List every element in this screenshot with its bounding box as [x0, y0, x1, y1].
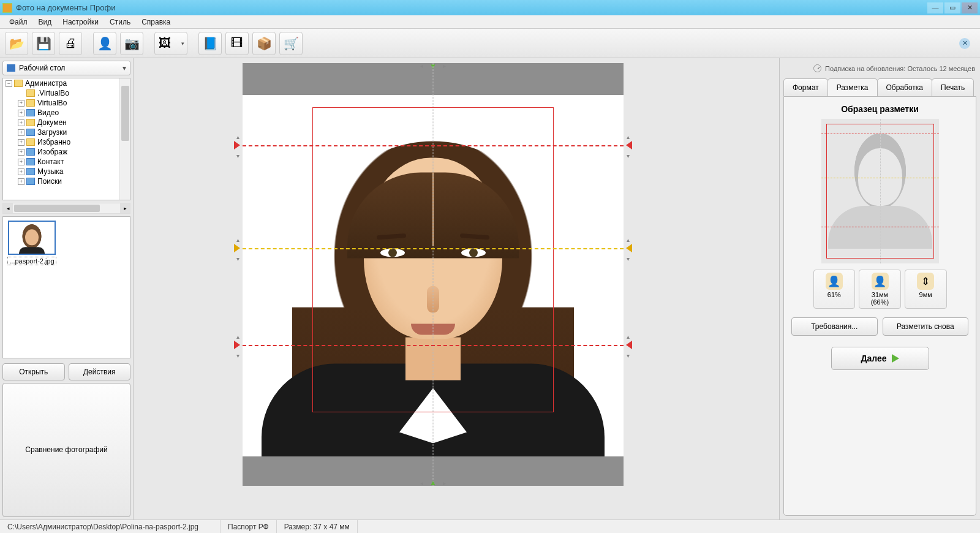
menu-file[interactable]: Файл: [4, 17, 33, 28]
scrollbar-thumb[interactable]: [121, 86, 129, 141]
crop-rectangle[interactable]: [312, 107, 554, 412]
head-top-guide[interactable]: [243, 145, 624, 146]
open-button[interactable]: 📂: [5, 32, 28, 55]
film-icon: 🎞: [231, 36, 243, 50]
tree-item[interactable]: +Контакт: [18, 157, 130, 167]
tree-item[interactable]: +Поиски: [18, 176, 130, 186]
tree-item-label: Загрузки: [37, 128, 67, 137]
tab-markup[interactable]: Разметка: [827, 78, 878, 96]
app-title: Фото на документы Профи: [16, 3, 926, 12]
expand-icon[interactable]: [18, 90, 24, 97]
open-file-button[interactable]: Открыть: [2, 363, 65, 380]
folder-icon: [26, 158, 35, 165]
tree-root[interactable]: Администра: [25, 79, 67, 88]
subscription-text: Подписка на обновления: Осталось 12 меся…: [825, 65, 975, 72]
tab-format[interactable]: Формат: [783, 78, 828, 96]
expand-icon[interactable]: +: [18, 129, 24, 136]
gallery-dropdown[interactable]: 🖼▾: [154, 32, 187, 55]
folder-tree[interactable]: −Администра .VirtualBo+VirtualBo+Видео+Д…: [2, 78, 130, 200]
chevron-down-icon: ▾: [181, 40, 184, 47]
requirements-button[interactable]: Требования...: [791, 317, 878, 336]
dismiss-hint-button[interactable]: ✕: [959, 38, 970, 49]
tree-item[interactable]: .VirtualBo: [18, 88, 130, 98]
right-marker-chin[interactable]: [626, 341, 632, 349]
expand-icon[interactable]: +: [18, 139, 24, 146]
profile-icon: 👤: [97, 36, 113, 51]
location-select[interactable]: Рабочий стол ▾: [2, 61, 130, 75]
tree-item[interactable]: +Загрузки: [18, 127, 130, 137]
next-button[interactable]: Далее: [831, 347, 929, 370]
tree-item[interactable]: +Избранно: [18, 137, 130, 147]
expand-icon[interactable]: +: [18, 119, 24, 126]
remark-button[interactable]: Разметить снова: [883, 317, 969, 336]
left-marker-eye[interactable]: [234, 244, 240, 252]
left-marker-top[interactable]: [234, 141, 240, 149]
tree-item-label: Видео: [37, 108, 59, 117]
tab-print[interactable]: Печать: [932, 78, 974, 96]
cart-button[interactable]: 🛒: [279, 32, 303, 55]
metric-head-ratio[interactable]: 👤61%: [813, 270, 856, 309]
folder-icon: [26, 148, 35, 156]
profile-button[interactable]: 👤: [93, 32, 116, 55]
maximize-button[interactable]: ▭: [944, 2, 960, 13]
tree-item[interactable]: +VirtualBo: [18, 98, 130, 108]
left-marker-chin[interactable]: [234, 341, 240, 349]
tree-item[interactable]: +Докумен: [18, 118, 130, 127]
scroll-right-icon[interactable]: ▸: [120, 203, 130, 213]
folder-icon: [26, 99, 35, 107]
left-panel: Рабочий стол ▾ −Администра .VirtualBo+Vi…: [0, 58, 134, 520]
menu-view[interactable]: Вид: [33, 17, 58, 28]
expand-icon[interactable]: +: [18, 149, 24, 156]
save-icon: 💾: [36, 36, 51, 51]
tree-item-label: Контакт: [37, 157, 64, 166]
expand-icon[interactable]: +: [18, 100, 24, 107]
menu-style[interactable]: Стиль: [104, 17, 136, 28]
right-marker-eye[interactable]: [626, 244, 632, 252]
main: Рабочий стол ▾ −Администра .VirtualBo+Vi…: [0, 58, 980, 520]
expand-icon[interactable]: +: [18, 159, 24, 165]
metric-top-gap[interactable]: ⇕9мм: [905, 270, 947, 309]
right-panel: Подписка на обновления: Осталось 12 меся…: [779, 58, 980, 520]
expand-icon[interactable]: +: [18, 178, 24, 185]
tree-item[interactable]: +Музыка: [18, 167, 130, 176]
clock-icon: [813, 64, 821, 72]
menu-help[interactable]: Справка: [136, 17, 176, 28]
metric-head-size[interactable]: 👤31мм (66%): [859, 270, 901, 309]
right-marker-top[interactable]: [626, 141, 632, 149]
menu-settings[interactable]: Настройки: [57, 17, 104, 28]
expand-icon[interactable]: +: [18, 110, 24, 116]
expand-icon[interactable]: +: [18, 168, 24, 175]
chin-guide[interactable]: [243, 345, 624, 346]
hscroll-thumb[interactable]: [14, 205, 100, 212]
tab-processing[interactable]: Обработка: [877, 78, 933, 96]
eye-line-guide[interactable]: [243, 248, 624, 249]
help-button[interactable]: 📘: [198, 32, 222, 55]
photo-canvas[interactable]: ◂ ▼ ▸: [243, 63, 624, 486]
tree-item-label: .VirtualBo: [37, 89, 69, 97]
tree-item[interactable]: +Изображ: [18, 147, 130, 157]
tree-hscrollbar[interactable]: ◂ ▸: [2, 203, 130, 214]
save-button[interactable]: 💾: [32, 32, 55, 55]
tab-body: Образец разметки 👤61% 👤31мм (66%) ⇕9мм Т…: [783, 96, 976, 516]
tree-item[interactable]: +Видео: [18, 108, 130, 118]
tutorial-button[interactable]: 🎞: [225, 32, 249, 55]
thumbnail-image[interactable]: [8, 221, 56, 255]
thumbnail-item[interactable]: ...pasport-2.jpg: [7, 221, 57, 265]
metrics: 👤61% 👤31мм (66%) ⇕9мм: [813, 270, 947, 309]
menubar: Файл Вид Настройки Стиль Справка: [0, 15, 980, 29]
location-label: Рабочий стол: [19, 64, 65, 72]
folder-icon: [26, 178, 35, 185]
scroll-left-icon[interactable]: ◂: [3, 203, 13, 213]
print-button[interactable]: 🖨: [59, 32, 82, 55]
toolbar: 📂 💾 🖨 👤 📷 🖼▾ 📘 🎞 📦 🛒 ✕: [0, 29, 980, 58]
close-button[interactable]: ✕: [962, 2, 978, 13]
camera-button[interactable]: 📷: [120, 32, 143, 55]
tree-scrollbar[interactable]: [119, 78, 130, 200]
updates-button[interactable]: 📦: [252, 32, 276, 55]
tree-item-label: Поиски: [37, 177, 62, 186]
compare-photos-button[interactable]: Сравнение фотографий: [2, 383, 130, 518]
bottom-handle[interactable]: ◂ ▲ ▸: [429, 478, 437, 487]
minimize-button[interactable]: —: [927, 2, 943, 13]
actions-button[interactable]: Действия: [69, 363, 131, 380]
folder-icon: [26, 109, 35, 116]
